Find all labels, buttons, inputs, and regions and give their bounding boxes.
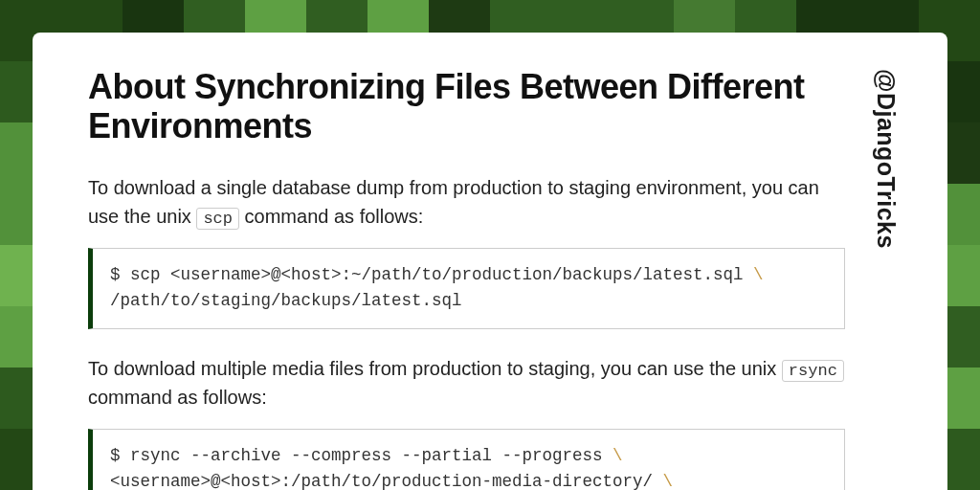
para2-text-a: To download multiple media files from pr… <box>88 358 782 379</box>
handle-sidebar: @DjangoTricks <box>872 67 900 490</box>
code-block-rsync: $ rsync --archive --compress --partial -… <box>88 429 845 490</box>
page-title: About Synchronizing Files Between Differ… <box>88 67 845 146</box>
main-column: About Synchronizing Files Between Differ… <box>88 67 845 490</box>
intro-paragraph-2: To download multiple media files from pr… <box>88 354 845 412</box>
para2-text-b: command as follows: <box>88 387 267 408</box>
code2-line2: <username>@<host>:/path/to/production-me… <box>110 472 663 490</box>
code2-line1: $ rsync --archive --compress --partial -… <box>110 446 612 465</box>
code1-line2: /path/to/staging/backups/latest.sql <box>110 291 462 310</box>
intro-paragraph-1: To download a single database dump from … <box>88 173 845 232</box>
para1-text-b: command as follows: <box>239 206 423 227</box>
code-block-scp: $ scp <username>@<host>:~/path/to/produc… <box>88 248 845 328</box>
inline-code-scp: scp <box>196 208 239 230</box>
inline-code-rsync: rsync <box>782 360 844 382</box>
line-continuation: \ <box>612 446 623 465</box>
code1-line1: $ scp <username>@<host>:~/path/to/produc… <box>110 265 753 284</box>
line-continuation: \ <box>663 472 674 490</box>
line-continuation: \ <box>753 265 764 284</box>
content-card: About Synchronizing Files Between Differ… <box>33 33 947 490</box>
